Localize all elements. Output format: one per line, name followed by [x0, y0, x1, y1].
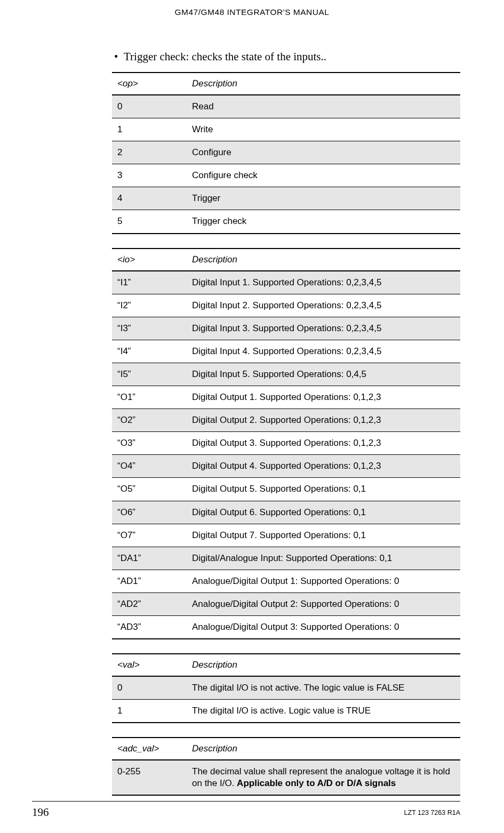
cell-io: “I2”: [112, 294, 187, 317]
header-title: GM47/GM48 INTEGRATOR'S MANUAL: [175, 7, 330, 17]
table-header-row: <val> Description: [112, 654, 460, 676]
cell-desc: Digital Input 4. Supported Operations: 0…: [187, 340, 460, 363]
table-row: “I2”Digital Input 2. Supported Operation…: [112, 294, 460, 317]
table-row: “O3”Digital Output 3. Supported Operatio…: [112, 432, 460, 455]
cell-desc: Digital Output 2. Supported Operations: …: [187, 409, 460, 432]
bullet-dot: •: [114, 50, 124, 63]
table-row: 5Trigger check: [112, 210, 460, 234]
cell-desc: Digital Input 3. Supported Operations: 0…: [187, 317, 460, 340]
table-row: “I4”Digital Input 4. Supported Operation…: [112, 340, 460, 363]
cell-io: “O7”: [112, 524, 187, 547]
cell-op: 0: [112, 95, 187, 118]
cell-io: “I4”: [112, 340, 187, 363]
cell-op: 2: [112, 141, 187, 164]
table-row: “I5”Digital Input 5. Supported Operation…: [112, 363, 460, 386]
col-description: Description: [187, 249, 460, 271]
cell-desc: Trigger check: [187, 210, 460, 234]
content-area: •Trigger check: checks the state of the …: [112, 50, 460, 796]
page-footer: 196 LZT 123 7263 R1A: [0, 801, 504, 819]
cell-val: 1: [112, 700, 187, 723]
table-adc-val: <adc_val> Description 0-255 The decimal …: [112, 737, 460, 796]
doc-id: LZT 123 7263 R1A: [404, 809, 460, 816]
table-row: 0Read: [112, 95, 460, 118]
table-op: <op> Description 0Read 1Write 2Configure…: [112, 72, 460, 234]
cell-desc: Digital Output 7. Supported Operations: …: [187, 524, 460, 547]
cell-desc: Trigger: [187, 187, 460, 210]
table-row: 4Trigger: [112, 187, 460, 210]
col-io: <io>: [112, 249, 187, 271]
adc-desc-bold: Applicable only to A/D or D/A signals: [237, 778, 396, 788]
table-header-row: <op> Description: [112, 73, 460, 95]
cell-io: “AD2”: [112, 592, 187, 615]
cell-desc: Digital/Analogue Input: Supported Operat…: [187, 547, 460, 570]
col-adc-val: <adc_val>: [112, 738, 187, 760]
table-row: “DA1”Digital/Analogue Input: Supported O…: [112, 547, 460, 570]
cell-io: “O2”: [112, 409, 187, 432]
cell-desc: Digital Output 6. Supported Operations: …: [187, 501, 460, 524]
table-row: “AD2”Analogue/Digital Output 2: Supporte…: [112, 592, 460, 615]
table-row: “I3”Digital Input 3. Supported Operation…: [112, 317, 460, 340]
cell-desc: Read: [187, 95, 460, 118]
cell-io: “I3”: [112, 317, 187, 340]
bullet-text: Trigger check: checks the state of the i…: [124, 50, 326, 63]
cell-adc-val: 0-255: [112, 760, 187, 795]
table-row: 3Configure check: [112, 164, 460, 187]
cell-desc: Configure: [187, 141, 460, 164]
page-header: GM47/GM48 INTEGRATOR'S MANUAL: [0, 0, 504, 17]
cell-desc: Write: [187, 118, 460, 141]
col-description: Description: [187, 738, 460, 760]
col-description: Description: [187, 654, 460, 676]
table-row: “O7”Digital Output 7. Supported Operatio…: [112, 524, 460, 547]
cell-io: “O1”: [112, 386, 187, 409]
cell-desc: Digital Input 1. Supported Operations: 0…: [187, 271, 460, 294]
table-row: “O4”Digital Output 4. Supported Operatio…: [112, 455, 460, 478]
cell-desc: The digital I/O is not active. The logic…: [187, 676, 460, 700]
table-row: “AD1”Analogue/Digital Output 1: Supporte…: [112, 570, 460, 592]
cell-io: “O3”: [112, 432, 187, 455]
table-io: <io> Description “I1”Digital Input 1. Su…: [112, 248, 460, 640]
cell-op: 1: [112, 118, 187, 141]
col-val: <val>: [112, 654, 187, 676]
cell-desc: Digital Output 1. Supported Operations: …: [187, 386, 460, 409]
cell-io: “I1”: [112, 271, 187, 294]
cell-io: “O6”: [112, 501, 187, 524]
cell-desc: Analogue/Digital Output 1: Supported Ope…: [187, 570, 460, 592]
cell-desc: Digital Output 3. Supported Operations: …: [187, 432, 460, 455]
cell-desc: Analogue/Digital Output 3: Supported Ope…: [187, 615, 460, 639]
table-row: “I1”Digital Input 1. Supported Operation…: [112, 271, 460, 294]
table-row: “AD3”Analogue/Digital Output 3: Supporte…: [112, 615, 460, 639]
table-row: “O1”Digital Output 1. Supported Operatio…: [112, 386, 460, 409]
cell-desc: Digital Input 2. Supported Operations: 0…: [187, 294, 460, 317]
table-row: 0-255 The decimal value shall represent …: [112, 760, 460, 795]
cell-desc: Analogue/Digital Output 2: Supported Ope…: [187, 592, 460, 615]
table-row: “O6”Digital Output 6. Supported Operatio…: [112, 501, 460, 524]
table-row: 2Configure: [112, 141, 460, 164]
table-row: “O2”Digital Output 2. Supported Operatio…: [112, 409, 460, 432]
table-header-row: <adc_val> Description: [112, 738, 460, 760]
cell-io: “DA1”: [112, 547, 187, 570]
page-number: 196: [32, 806, 49, 819]
table-row: 1Write: [112, 118, 460, 141]
table-row: “O5”Digital Output 5. Supported Operatio…: [112, 478, 460, 501]
bullet-item: •Trigger check: checks the state of the …: [112, 50, 460, 63]
table-row: 0The digital I/O is not active. The logi…: [112, 676, 460, 700]
col-description: Description: [187, 73, 460, 95]
cell-desc: Digital Output 4. Supported Operations: …: [187, 455, 460, 478]
cell-io: “I5”: [112, 363, 187, 386]
cell-op: 4: [112, 187, 187, 210]
table-header-row: <io> Description: [112, 249, 460, 271]
table-row: 1The digital I/O is active. Logic value …: [112, 700, 460, 723]
cell-desc: Digital Output 5. Supported Operations: …: [187, 478, 460, 501]
cell-desc: The digital I/O is active. Logic value i…: [187, 700, 460, 723]
cell-desc: Digital Input 5. Supported Operations: 0…: [187, 363, 460, 386]
cell-io: “O4”: [112, 455, 187, 478]
cell-op: 5: [112, 210, 187, 234]
cell-desc: Configure check: [187, 164, 460, 187]
cell-op: 3: [112, 164, 187, 187]
cell-io: “AD1”: [112, 570, 187, 592]
cell-io: “O5”: [112, 478, 187, 501]
table-val: <val> Description 0The digital I/O is no…: [112, 653, 460, 723]
cell-desc: The decimal value shall represent the an…: [187, 760, 460, 795]
cell-val: 0: [112, 676, 187, 700]
cell-io: “AD3”: [112, 615, 187, 639]
